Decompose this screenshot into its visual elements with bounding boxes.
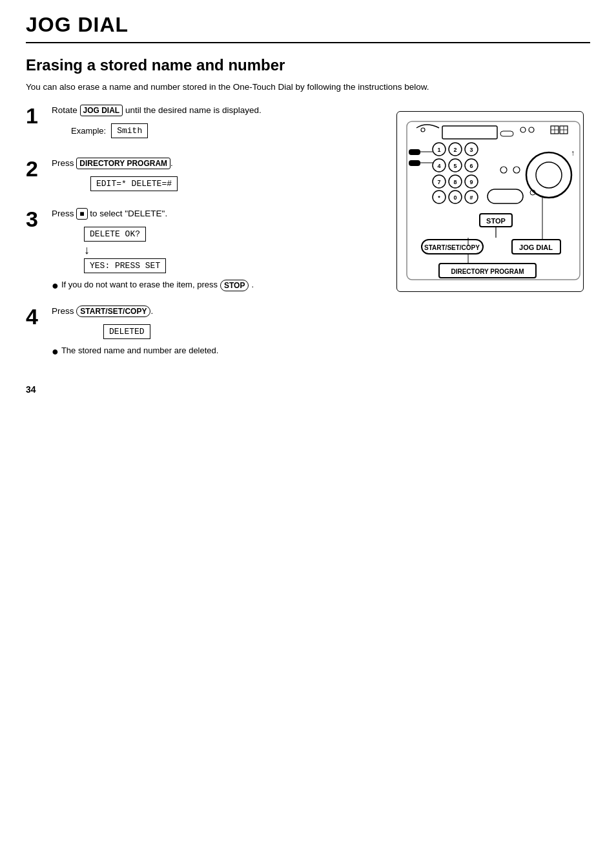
svg-text:DIRECTORY PROGRAM: DIRECTORY PROGRAM <box>451 268 524 275</box>
svg-text:JOG DIAL: JOG DIAL <box>519 244 553 251</box>
svg-text:#: # <box>469 194 473 201</box>
svg-text:5: 5 <box>453 163 457 169</box>
step-1-content: Rotate JOG DIAL until the desired name i… <box>52 105 384 143</box>
step-3-note-text: If you do not want to erase the item, pr… <box>61 280 218 289</box>
step-number-3: 3 <box>26 208 44 230</box>
step-4-note-text: The stored name and number are deleted. <box>61 346 219 355</box>
svg-text:3: 3 <box>469 147 473 153</box>
svg-rect-2 <box>442 126 497 139</box>
step-2-display-wrap: EDIT=* DELETE=# <box>90 174 384 194</box>
step-2-content: Press DIRECTORY PROGRAM. EDIT=* DELETE=# <box>52 158 384 194</box>
step-1-text-before: Rotate <box>52 105 80 115</box>
step-4: 4 Press START/SET/COPY. DELETED ● The st… <box>26 306 384 357</box>
step-2: 2 Press DIRECTORY PROGRAM. EDIT=* DELETE… <box>26 158 384 194</box>
device-svg: 1 2 3 4 5 6 7 8 9 <box>404 118 584 292</box>
edit-delete-display: EDIT=* DELETE=# <box>90 176 178 191</box>
svg-rect-42 <box>488 189 523 203</box>
page-number: 34 <box>26 384 36 395</box>
step-2-text-before: Press <box>52 158 76 168</box>
deleted-display: DELETED <box>103 324 150 339</box>
step-3-text-before: Press <box>52 209 76 218</box>
device-column: 1 2 3 4 5 6 7 8 9 <box>396 105 590 371</box>
step-number-1: 1 <box>26 105 44 127</box>
svg-text:4: 4 <box>437 163 440 169</box>
svg-rect-12 <box>409 149 420 155</box>
bullet-3: ● <box>52 280 59 291</box>
step-number-4: 4 <box>26 306 44 327</box>
svg-text:↑: ↑ <box>571 149 575 158</box>
step-2-text-after: . <box>170 158 173 168</box>
step-3-note-end: . <box>251 280 254 289</box>
step-4-text-after: . <box>150 306 153 316</box>
svg-text:9: 9 <box>469 179 473 185</box>
step-3: 3 Press ■ to select "DELETE". DELETE OK?… <box>26 208 384 291</box>
start-set-copy-key: START/SET/COPY <box>76 306 150 317</box>
delete-ok-display: DELETE OK? <box>84 227 146 242</box>
stop-key-note: STOP <box>220 280 249 291</box>
svg-text:2: 2 <box>453 147 457 153</box>
step-1: 1 Rotate JOG DIAL until the desired name… <box>26 105 384 143</box>
svg-text:STOP: STOP <box>486 217 506 225</box>
device-diagram: 1 2 3 4 5 6 7 8 9 <box>396 111 584 292</box>
step-1-example: Example: Smith <box>52 121 384 141</box>
step-number-2: 2 <box>26 158 44 180</box>
svg-text:1: 1 <box>437 147 440 153</box>
step-1-text: Rotate JOG DIAL until the desired name i… <box>52 105 384 117</box>
steps-column: 1 Rotate JOG DIAL until the desired name… <box>26 105 384 371</box>
step-4-text: Press START/SET/COPY. <box>52 306 384 318</box>
svg-text:8: 8 <box>453 179 457 185</box>
svg-point-44 <box>536 162 562 188</box>
smith-display: Smith <box>111 123 148 138</box>
svg-text:START/SET/COPY: START/SET/COPY <box>424 244 480 251</box>
step-4-note: ● The stored name and number are deleted… <box>52 346 384 357</box>
hash-key: ■ <box>76 208 87 220</box>
bullet-4: ● <box>52 346 59 357</box>
yes-press-set-display: YES: PRESS SET <box>84 258 166 273</box>
svg-text:*: * <box>438 194 440 201</box>
step-3-text: Press ■ to select "DELETE". <box>52 208 384 220</box>
step-2-text: Press DIRECTORY PROGRAM. <box>52 158 384 170</box>
step-4-text-before: Press <box>52 306 76 316</box>
arrow-down-icon: ↓ <box>84 244 90 256</box>
step-4-display-wrap: DELETED <box>103 322 384 342</box>
step-4-content: Press START/SET/COPY. DELETED ● The stor… <box>52 306 384 357</box>
section-title: Erasing a stored name and number <box>26 56 590 74</box>
jog-dial-key-1: JOG DIAL <box>80 105 123 116</box>
intro-text: You can also erase a name and number sto… <box>26 82 590 92</box>
svg-text:7: 7 <box>437 179 440 185</box>
svg-text:0: 0 <box>453 194 457 201</box>
step-3-text-after: to select "DELETE". <box>88 209 168 218</box>
page-title: JOG DIAL <box>26 13 590 43</box>
step-3-displays: DELETE OK? ↓ YES: PRESS SET <box>84 224 384 276</box>
step-1-text-after: until the desired name is displayed. <box>123 105 262 115</box>
example-label: Example: <box>71 126 106 136</box>
step-3-note: ● If you do not want to erase the item, … <box>52 280 384 291</box>
svg-rect-14 <box>409 160 420 166</box>
svg-text:6: 6 <box>469 163 473 169</box>
directory-program-key: DIRECTORY PROGRAM <box>76 158 170 169</box>
step-3-content: Press ■ to select "DELETE". DELETE OK? ↓… <box>52 208 384 291</box>
